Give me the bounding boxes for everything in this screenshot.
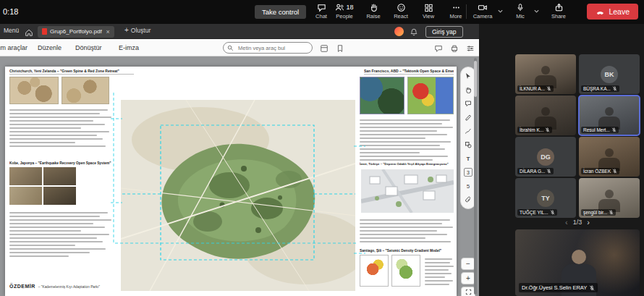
home-tab-button[interactable] <box>25 27 33 40</box>
masterplan-render-image <box>361 169 454 213</box>
total-pages-indicator: 5 <box>464 182 473 190</box>
participant-name: İbrahim K... <box>520 127 543 132</box>
convert-button[interactable]: Dönüştür <box>75 44 102 51</box>
raise-hand-button[interactable]: Raise <box>359 2 388 20</box>
participant-name-badge: Resul Mert... <box>581 127 619 133</box>
raise-hand-icon <box>369 3 378 12</box>
izmir-text-block <box>360 217 454 245</box>
highlight-tool-icon[interactable] <box>464 113 473 122</box>
fit-page-button[interactable] <box>461 287 475 296</box>
document-tab-title: Grup6_Portfolyo.pdf <box>50 28 102 35</box>
spotlight-tile[interactable]: Dr.Öğr.Üyesi S.Selin ERAY <box>515 229 640 296</box>
bookmark-icon[interactable] <box>336 43 344 56</box>
view-button[interactable]: View <box>414 2 443 20</box>
person-silhouette <box>605 148 614 157</box>
comment-note-icon[interactable] <box>464 99 473 108</box>
mic-options-chevron[interactable] <box>533 4 541 13</box>
participant-tile[interactable]: şengül bir... <box>579 178 640 218</box>
react-icon <box>397 3 406 12</box>
plus-icon: + <box>124 27 129 34</box>
shapes-tool-icon[interactable] <box>464 140 473 149</box>
kobe-photo <box>9 187 42 205</box>
zoom-out-button[interactable]: − <box>461 258 475 270</box>
comment-tool-icon[interactable] <box>434 43 443 56</box>
mic-button[interactable]: Mic <box>509 2 531 20</box>
pager-prev-button[interactable]: ‹ <box>565 219 568 227</box>
spotlight-name-badge: Dr.Öğr.Üyesi S.Selin ERAY <box>519 283 598 292</box>
participant-name: DİLARA G... <box>520 169 545 174</box>
search-input[interactable] <box>237 44 306 52</box>
zoom-in-button[interactable]: + <box>461 272 475 284</box>
people-button[interactable]: 18 People <box>330 2 359 20</box>
kobe-photo <box>9 167 42 185</box>
person-silhouette <box>605 190 614 198</box>
footer-note: – "Kademelenmiş Kıyı Adaptation Parkı" <box>38 285 100 289</box>
christchurch-map-image <box>9 77 59 104</box>
hand-tool-icon[interactable] <box>464 85 473 94</box>
notifications-button[interactable] <box>410 27 418 40</box>
participant-tile[interactable]: DG DİLARA G... <box>515 137 576 177</box>
pager-next-button[interactable]: › <box>587 219 590 227</box>
close-tab-icon[interactable]: × <box>106 28 110 35</box>
section-title-kobe: Kobe, Japonya – "Earthquake Recovery Ope… <box>9 161 119 165</box>
topbar-divider <box>466 4 467 19</box>
mic-muted-icon <box>611 127 617 132</box>
avatar: TY <box>537 190 554 207</box>
section-title-santiago: Santiago, Şili – "Seismic Density Gradie… <box>360 249 454 253</box>
santiago-text-block <box>425 256 454 287</box>
take-control-button[interactable]: Take control <box>255 5 306 19</box>
vertical-scrollbar[interactable] <box>474 58 477 295</box>
esign-button[interactable]: E-imza <box>119 44 139 51</box>
settings-icon[interactable] <box>466 43 475 56</box>
react-button[interactable]: React <box>386 2 415 20</box>
edit-button[interactable]: Düzenle <box>38 44 62 51</box>
section-title-izmir: İzmir, Türkiye – "Deprem Odaklı Yeşil Al… <box>360 162 454 166</box>
participant-tile[interactable]: BK BÜŞRA KA... <box>579 54 640 94</box>
meeting-topbar: 0:18 Take control Chat 18 People Raise R… <box>0 0 644 24</box>
share-button[interactable]: Share <box>546 2 572 20</box>
more-icon <box>452 3 461 12</box>
document-canvas: Christchurch, Yeni Zelanda – "Green Spin… <box>0 56 479 296</box>
page-footer: ÖZDEMİR – "Kademelenmiş Kıyı Adaptation … <box>9 284 100 289</box>
participant-tile[interactable]: İcran ÖZBEK <box>579 137 640 177</box>
participant-tile[interactable]: İLKNUR A... <box>515 54 576 94</box>
leave-call-icon <box>596 7 605 17</box>
participant-name: İcran ÖZBEK <box>583 169 611 174</box>
meeting-timer: 0:18 <box>3 7 18 16</box>
sign-in-button[interactable]: Giriş yap <box>425 26 463 38</box>
participant-tile[interactable]: TY TUĞÇE YIL... <box>515 178 576 218</box>
participant-tile-active[interactable]: Resul Mert... <box>579 96 640 135</box>
share-icon <box>554 3 564 12</box>
camera-button[interactable]: Camera <box>470 2 495 20</box>
sanfrancisco-satellite-image <box>360 77 404 114</box>
document-tab[interactable]: Grup6_Portfolyo.pdf × <box>38 26 114 38</box>
create-button[interactable]: + Oluştur <box>124 27 151 34</box>
chevron-down-icon <box>533 8 540 14</box>
participant-name-badge: İbrahim K... <box>517 127 552 133</box>
attach-tool-icon[interactable] <box>464 195 473 204</box>
menu-button[interactable]: Menü <box>0 26 19 34</box>
camera-options-chevron[interactable] <box>497 4 504 13</box>
current-page-indicator[interactable]: 3 <box>464 168 473 177</box>
christchurch-text-block <box>9 107 112 149</box>
ai-assistant-icon[interactable] <box>394 27 404 36</box>
participant-tile[interactable]: İbrahim K... <box>515 96 576 135</box>
leave-button[interactable]: Leave <box>587 4 638 20</box>
participant-name-badge: TUĞÇE YIL... <box>517 209 557 216</box>
print-icon[interactable] <box>450 43 459 56</box>
bell-icon <box>410 28 418 37</box>
page-view-icon[interactable] <box>320 43 329 56</box>
scrollbar-thumb[interactable] <box>474 61 477 97</box>
kobe-photo <box>43 187 76 205</box>
pdf-file-icon <box>42 28 47 35</box>
text-tool-icon[interactable]: T <box>464 154 473 163</box>
search-box[interactable] <box>223 42 313 54</box>
select-tool-icon[interactable] <box>464 72 473 80</box>
sanfrancisco-heatmap-image <box>407 77 454 114</box>
draw-tool-icon[interactable] <box>464 127 473 135</box>
participant-name-badge: İLKNUR A... <box>517 85 554 92</box>
chevron-down-icon <box>497 8 504 14</box>
all-tools-button[interactable]: Tüm araçlar <box>0 44 27 51</box>
pager-label: 1/3 <box>573 219 582 226</box>
avatar: BK <box>601 66 618 83</box>
